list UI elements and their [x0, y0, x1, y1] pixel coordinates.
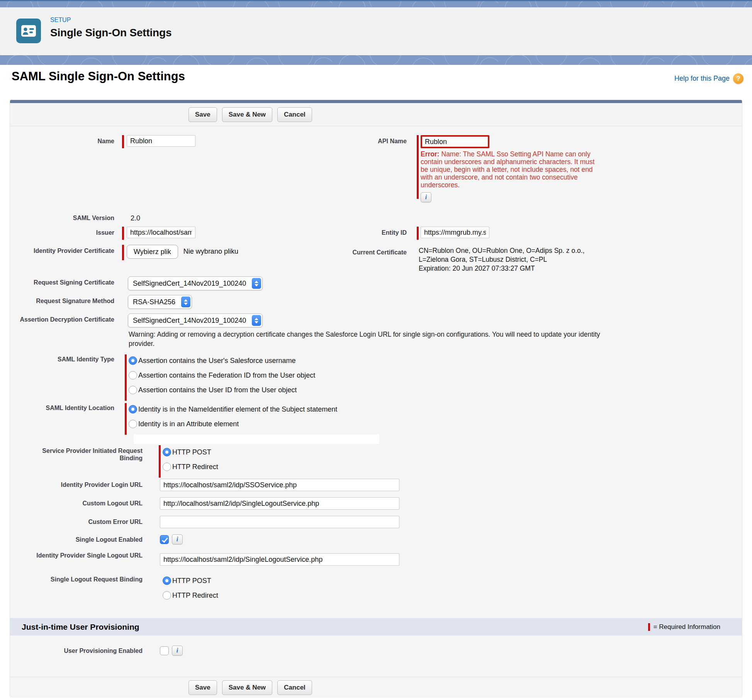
name-input[interactable]	[127, 135, 195, 147]
select-chevrons-icon[interactable]	[252, 315, 261, 326]
identity-location-option-attribute[interactable]: Identity is in an Attribute element	[129, 417, 337, 431]
radio-icon[interactable]	[129, 356, 137, 365]
required-bar	[159, 445, 161, 478]
help-question-icon[interactable]: ?	[733, 73, 744, 84]
slo-binding-option-http-post[interactable]: HTTP POST	[163, 573, 218, 588]
name-row: Name	[10, 135, 195, 148]
idp-single-logout-url-label: Identity Provider Single Logout URL	[10, 549, 143, 559]
redacted-strip	[134, 434, 379, 444]
custom-logout-url-input[interactable]	[160, 497, 399, 510]
saml-version-row: SAML Version 2.0	[10, 212, 140, 222]
current-certificate-label: Current Certificate	[263, 246, 407, 256]
idp-login-url-label: Identity Provider Login URL	[10, 479, 143, 488]
single-logout-enabled-row: Single Logout Enabled i	[10, 534, 183, 544]
entity-id-input[interactable]	[421, 227, 489, 238]
save-button-bottom[interactable]: Save	[188, 680, 217, 695]
radio-icon[interactable]	[129, 405, 137, 414]
radio-icon[interactable]	[163, 463, 171, 471]
certificate-expiration: Expiration: 20 Jun 2027 07:33:27 GMT	[419, 264, 603, 273]
idp-single-logout-url-input[interactable]	[160, 553, 399, 566]
save-button-top[interactable]: Save	[188, 107, 217, 122]
issuer-input[interactable]	[127, 227, 195, 238]
header-title: Single Sign-On Settings	[50, 27, 171, 39]
page-title: SAML Single Sign-On Settings	[12, 69, 185, 83]
saml-version-label: SAML Version	[10, 212, 114, 222]
idp-single-logout-url-row: Identity Provider Single Logout URL	[10, 549, 399, 566]
identity-type-option-user-id[interactable]: Assertion contains the User ID from the …	[129, 383, 315, 397]
issuer-label: Issuer	[10, 227, 114, 236]
select-chevrons-icon[interactable]	[252, 278, 261, 289]
cancel-button-top[interactable]: Cancel	[277, 107, 312, 122]
required-information-legend: = Required Information	[648, 623, 720, 631]
sp-request-binding-row: Service Provider Initiated Request Bindi…	[10, 445, 218, 478]
cancel-button-bottom[interactable]: Cancel	[277, 680, 312, 695]
choose-file-button[interactable]: Wybierz plik	[127, 245, 178, 259]
request-signature-method-select[interactable]: RSA-SHA256	[128, 295, 192, 309]
jit-provisioning-section-header: Just-in-time User Provisioning = Require…	[10, 618, 742, 636]
single-logout-request-binding-label: Single Logout Request Binding	[10, 573, 143, 583]
info-icon[interactable]: i	[172, 646, 183, 656]
required-bar	[125, 403, 127, 435]
save-new-button-bottom[interactable]: Save & New	[222, 680, 272, 695]
required-bar	[648, 623, 650, 631]
assertion-decryption-certificate-select[interactable]: SelfSignedCert_14Nov2019_100240	[128, 314, 263, 327]
slo-binding-option-http-redirect[interactable]: HTTP Redirect	[163, 588, 218, 603]
current-certificate-block: Current Certificate CN=Rublon One, OU=Ru…	[263, 246, 603, 273]
decryption-warning-row: Warning: Adding or removing a decryption…	[10, 330, 603, 348]
idp-certificate-label: Identity Provider Certificate	[10, 245, 114, 254]
entity-id-block: Entity ID	[263, 227, 489, 240]
assertion-decryption-certificate-label: Assertion Decryption Certificate	[10, 314, 114, 323]
request-signing-certificate-row: Request Signing Certificate SelfSignedCe…	[10, 276, 263, 290]
section-title: Just-in-time User Provisioning	[22, 622, 139, 632]
entity-id-label: Entity ID	[263, 227, 407, 236]
identity-location-option-nameidentifier[interactable]: Identity is in the NameIdentifier elemen…	[129, 402, 337, 417]
user-provisioning-row: User Provisioning Enabled i	[10, 645, 742, 656]
identity-type-option-username[interactable]: Assertion contains the User's Salesforce…	[129, 353, 315, 368]
sso-settings-icon	[16, 19, 41, 43]
required-bar	[417, 227, 419, 240]
single-logout-enabled-checkbox[interactable]	[160, 535, 169, 544]
radio-icon[interactable]	[129, 371, 137, 380]
api-name-block: API Name Error: Name: The SAML Sso Setti…	[263, 135, 601, 202]
radio-icon[interactable]	[129, 386, 137, 394]
request-signing-certificate-select[interactable]: SelfSignedCert_14Nov2019_100240	[128, 276, 263, 290]
required-bar	[417, 135, 419, 199]
required-bar	[122, 135, 124, 148]
saml-identity-location-row: SAML Identity Location Identity is in th…	[10, 402, 337, 435]
custom-error-url-input[interactable]	[160, 516, 399, 528]
idp-certificate-row: Identity Provider Certificate Wybierz pl…	[10, 245, 238, 260]
sp-request-binding-label: Service Provider Initiated Request Bindi…	[10, 445, 143, 462]
save-new-button-top[interactable]: Save & New	[222, 107, 272, 122]
user-provisioning-label: User Provisioning Enabled	[10, 645, 143, 654]
user-provisioning-checkbox[interactable]	[160, 646, 169, 655]
radio-icon[interactable]	[129, 420, 137, 428]
saml-identity-type-row: SAML Identity Type Assertion contains th…	[10, 353, 315, 401]
custom-error-url-row: Custom Error URL	[10, 516, 399, 528]
sso-settings-form: Save Save & New Cancel Name API Name Err…	[10, 100, 742, 697]
api-name-input[interactable]	[421, 135, 489, 148]
api-name-label: API Name	[263, 135, 407, 145]
sp-binding-option-http-post[interactable]: HTTP POST	[163, 445, 218, 459]
idp-login-url-row: Identity Provider Login URL	[10, 479, 399, 491]
issuer-row: Issuer	[10, 227, 195, 240]
sp-binding-option-http-redirect[interactable]: HTTP Redirect	[163, 459, 218, 474]
mid-decor-band	[0, 55, 752, 65]
identity-type-option-federation-id[interactable]: Assertion contains the Federation ID fro…	[129, 368, 315, 383]
request-signing-certificate-label: Request Signing Certificate	[10, 276, 114, 286]
setup-header: SETUP Single Sign-On Settings	[0, 7, 752, 55]
info-icon[interactable]: i	[172, 534, 183, 544]
custom-error-url-label: Custom Error URL	[10, 516, 143, 525]
card-top-accent-bar	[10, 100, 742, 103]
radio-icon[interactable]	[163, 591, 171, 600]
help-link[interactable]: Help for this Page	[674, 75, 730, 83]
top-decor-band	[0, 0, 752, 7]
name-label: Name	[10, 135, 114, 145]
select-chevrons-icon[interactable]	[181, 297, 190, 307]
radio-icon[interactable]	[163, 448, 171, 456]
saml-version-value: 2.0	[131, 212, 140, 222]
api-name-error-message: Error: Name: The SAML Sso Setting API Na…	[421, 150, 601, 189]
info-icon[interactable]: i	[421, 192, 431, 202]
radio-icon[interactable]	[163, 576, 171, 585]
single-logout-request-binding-row: Single Logout Request Binding HTTP POST …	[10, 573, 218, 603]
idp-login-url-input[interactable]	[160, 479, 399, 491]
